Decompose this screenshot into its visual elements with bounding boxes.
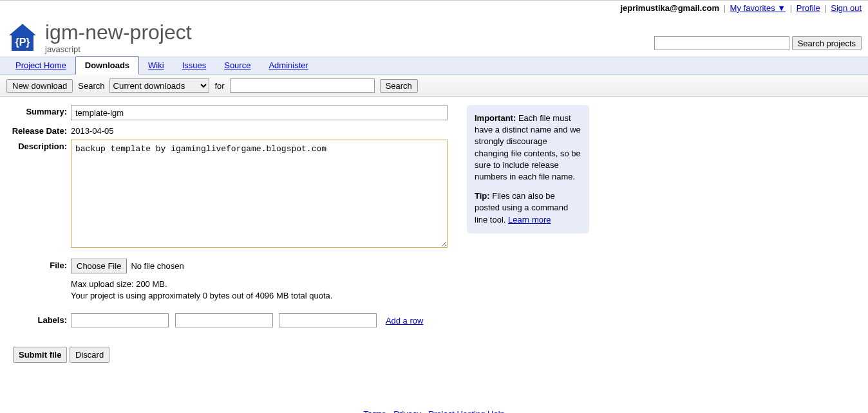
footer-terms[interactable]: Terms (363, 409, 386, 413)
tip-label: Tip: (475, 191, 490, 201)
project-search-input[interactable] (654, 36, 789, 50)
svg-text:{P}: {P} (15, 37, 30, 48)
max-upload-note: Max upload size: 200 MB. (71, 279, 448, 290)
downloads-subbar: New download Search Current downloads fo… (0, 75, 868, 97)
file-label: File: (6, 259, 71, 270)
label-input-2[interactable] (175, 313, 273, 327)
search-projects-button[interactable]: Search projects (792, 36, 862, 50)
search-label: Search (78, 81, 104, 91)
user-bar: jeprimustika@gmail.com | My favorites ▼ … (0, 0, 868, 15)
tab-downloads[interactable]: Downloads (75, 56, 139, 75)
tab-source[interactable]: Source (215, 57, 259, 74)
add-row-link[interactable]: Add a row (386, 316, 424, 326)
footer-help[interactable]: Project Hosting Help (428, 409, 505, 413)
search-filter-select[interactable]: Current downloads (109, 78, 209, 93)
for-label: for (214, 81, 224, 91)
tab-administer[interactable]: Administer (259, 57, 317, 74)
description-textarea[interactable]: backup template by igaminglivefor­game.b… (71, 140, 448, 248)
search-query-input[interactable] (230, 78, 375, 93)
choose-file-button[interactable]: Choose File (71, 259, 127, 273)
tab-bar: Project Home Downloads Wiki Issues Sourc… (0, 57, 868, 75)
label-input-1[interactable] (71, 313, 169, 327)
signout-link[interactable]: Sign out (831, 3, 862, 13)
learn-more-link[interactable]: Learn more (508, 215, 551, 225)
tab-project-home[interactable]: Project Home (6, 57, 75, 74)
project-logo-icon: {P} (6, 21, 39, 53)
important-text: Each file must have a distinct name and … (475, 113, 581, 181)
label-input-3[interactable] (279, 313, 377, 327)
quota-note: Your project is using approximately 0 by… (71, 290, 448, 302)
info-box: Important: Each file must have a distinc… (467, 105, 589, 234)
new-download-button[interactable]: New download (6, 79, 73, 93)
footer-privacy[interactable]: Privacy (393, 409, 421, 413)
release-date-label: Release Date: (6, 124, 71, 136)
profile-link[interactable]: Profile (797, 3, 820, 13)
project-subtitle: javascript (45, 44, 654, 54)
user-email: jeprimustika@gmail.com (620, 3, 719, 13)
submit-file-button[interactable]: Submit file (13, 347, 67, 363)
project-title: igm-new-project (45, 21, 654, 44)
tab-wiki[interactable]: Wiki (139, 57, 173, 74)
description-label: Description: (6, 140, 71, 151)
tab-issues[interactable]: Issues (173, 57, 216, 74)
search-button[interactable]: Search (380, 79, 418, 93)
footer: Terms - Privacy - Project Hosting Help (0, 371, 868, 413)
important-label: Important: (475, 113, 516, 123)
labels-label: Labels: (6, 313, 71, 325)
file-chosen-text: No file chosen (131, 261, 184, 271)
header: {P} igm-new-project javascript Search pr… (0, 15, 868, 57)
my-favorites-link[interactable]: My favorites ▼ (730, 3, 786, 13)
discard-button[interactable]: Discard (70, 347, 109, 363)
summary-label: Summary: (6, 105, 71, 116)
release-date-value: 2013-04-05 (71, 124, 448, 136)
summary-input[interactable] (71, 105, 448, 120)
